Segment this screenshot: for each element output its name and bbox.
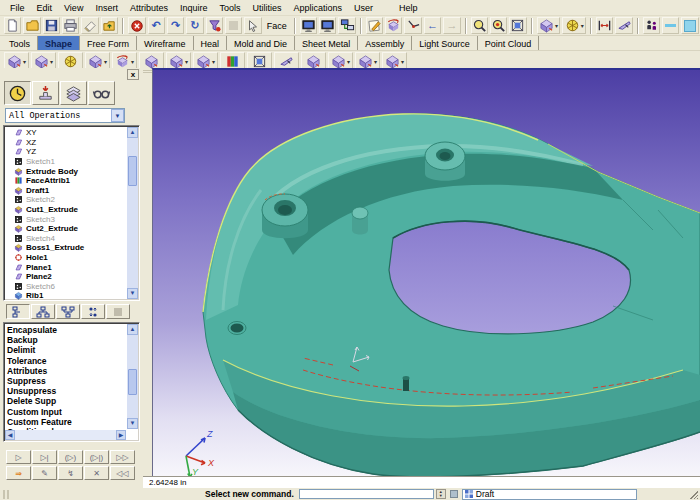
list-view-button[interactable]: [6, 304, 30, 319]
menu-help[interactable]: Help: [393, 2, 424, 14]
scroll-left-icon[interactable]: ◀: [5, 430, 15, 440]
ops-item-tolerance[interactable]: Tolerance: [4, 356, 125, 366]
scroll-down-icon[interactable]: ▼: [127, 418, 138, 429]
layers-tab[interactable]: [60, 81, 87, 105]
replay-rewind-button[interactable]: ◁◁: [110, 466, 135, 480]
tree-item-xy[interactable]: XY: [4, 128, 125, 138]
tab-heal[interactable]: Heal: [194, 36, 228, 50]
replay-step-button[interactable]: ▷|: [32, 450, 57, 464]
tree-item-cut2-extrude[interactable]: Cut2_Extrude: [4, 224, 125, 234]
replay-step-to-button[interactable]: (▷|): [84, 450, 109, 464]
ops-item-custom-input[interactable]: Custom Input: [4, 407, 125, 417]
import-button[interactable]: [101, 17, 118, 34]
3d-viewport[interactable]: Z X Y: [152, 68, 700, 476]
command-spinner[interactable]: ▲▼: [436, 489, 446, 499]
menu-view[interactable]: View: [58, 2, 89, 14]
tree-item-plane2[interactable]: Plane2: [4, 272, 125, 282]
replay-edit-button[interactable]: ✎: [32, 466, 57, 480]
menu-applications[interactable]: Applications: [288, 2, 349, 14]
menu-utilities[interactable]: Utilities: [246, 2, 287, 14]
tree-item-sketch6[interactable]: Sketch6: [4, 282, 125, 292]
menu-insert[interactable]: Insert: [89, 2, 124, 14]
redo-button[interactable]: ↷: [167, 17, 184, 34]
tree-item-plane1[interactable]: Plane1: [4, 262, 125, 272]
network-button[interactable]: [338, 17, 355, 34]
zoom-window-button[interactable]: [509, 17, 526, 34]
tab-free-form[interactable]: Free Form: [80, 36, 137, 50]
extent-button[interactable]: [596, 17, 613, 34]
tree-item-hole1[interactable]: Hole1: [4, 253, 125, 263]
menu-edit[interactable]: Edit: [31, 2, 59, 14]
operations-hscrollbar[interactable]: ◀ ▶: [5, 430, 126, 440]
view-forward-button[interactable]: →: [443, 17, 460, 34]
view-tab[interactable]: [88, 81, 115, 105]
regen-tab[interactable]: [32, 81, 59, 105]
tab-point-cloud[interactable]: Point Cloud: [478, 36, 540, 50]
tree-scroll-thumb[interactable]: [128, 156, 137, 186]
paste-button-disabled[interactable]: [225, 17, 242, 34]
vertex-snap-button[interactable]: [404, 17, 421, 34]
pick-filter-value[interactable]: Face: [263, 21, 291, 31]
tree-item-boss1-extrude[interactable]: Boss1_Extrude: [4, 243, 125, 253]
undo-button[interactable]: ↶: [148, 17, 165, 34]
ops-item-suppress[interactable]: Suppress: [4, 376, 125, 386]
sketch-pad-button[interactable]: [366, 17, 383, 34]
scroll-down-icon[interactable]: ▼: [127, 288, 138, 299]
filter-button[interactable]: [206, 17, 223, 34]
menu-tools[interactable]: Tools: [213, 2, 246, 14]
replay-fast-forward-button[interactable]: ▷▷: [110, 450, 135, 464]
scroll-up-icon[interactable]: ▲: [127, 127, 138, 138]
tab-tools[interactable]: Tools: [2, 36, 38, 50]
menu-attributes[interactable]: Attributes: [124, 2, 174, 14]
tree-item-sketch2[interactable]: Sketch2: [4, 195, 125, 205]
erase-button[interactable]: [81, 17, 98, 34]
operations-filter-combo[interactable]: All Operations ▼: [5, 108, 125, 123]
hierarchy-view-button[interactable]: [56, 304, 80, 319]
menu-user[interactable]: User: [348, 2, 379, 14]
regen-button[interactable]: ↻: [186, 17, 203, 34]
menu-file[interactable]: File: [4, 2, 31, 14]
ops-item-attributes[interactable]: Attributes: [4, 366, 125, 376]
open-file-button[interactable]: [23, 17, 40, 34]
render-mode-button[interactable]: [319, 17, 336, 34]
tab-sheet-metal[interactable]: Sheet Metal: [295, 36, 358, 50]
tree-item-sketch3[interactable]: Sketch3: [4, 214, 125, 224]
replay-play-to-button[interactable]: (▷): [58, 450, 83, 464]
replay-regen-button[interactable]: ↯: [58, 466, 83, 480]
tab-assembly[interactable]: Assembly: [358, 36, 412, 50]
tree-item-xz[interactable]: XZ: [4, 138, 125, 148]
ops-item-encapsulate[interactable]: Encapsulate: [4, 325, 125, 335]
ops-item-unsuppress[interactable]: Unsuppress: [4, 386, 125, 396]
tab-wireframe[interactable]: Wireframe: [137, 36, 194, 50]
tree-item-draft1[interactable]: Draft1: [4, 186, 125, 196]
pick-cursor-button[interactable]: [244, 17, 261, 34]
mode-combo[interactable]: Draft: [462, 489, 637, 500]
close-panel-button[interactable]: x: [127, 69, 139, 80]
tab-light-source[interactable]: Light Source: [412, 36, 478, 50]
tree-item-sketch1[interactable]: Sketch1: [4, 157, 125, 167]
delete-button[interactable]: [128, 17, 145, 34]
statusbar-grip[interactable]: [3, 490, 9, 499]
replay-goto-button[interactable]: ⇒: [6, 466, 31, 480]
color-swatch[interactable]: [681, 17, 698, 34]
operations-scroll-thumb[interactable]: [128, 369, 137, 395]
tree-item-rib1[interactable]: Rib1: [4, 291, 125, 301]
command-input[interactable]: [299, 489, 434, 499]
collaborate-button[interactable]: [643, 17, 660, 34]
tree-item-faceattrib1[interactable]: FaceAttrib1: [4, 176, 125, 186]
ops-item-delimit[interactable]: Delimit: [4, 345, 125, 355]
view-wheel-button[interactable]: ▾: [562, 17, 586, 34]
line-style-swatch[interactable]: [662, 17, 679, 34]
new-document-button[interactable]: [4, 17, 21, 34]
scroll-up-icon[interactable]: ▲: [127, 324, 138, 335]
save-button[interactable]: [43, 17, 60, 34]
sort-order-button[interactable]: [81, 304, 105, 319]
display-mode-button[interactable]: [300, 17, 317, 34]
tab-shape[interactable]: Shape: [38, 36, 80, 50]
history-tab[interactable]: [4, 81, 31, 105]
menu-inquire[interactable]: Inquire: [174, 2, 214, 14]
zoom-target-button[interactable]: [490, 17, 507, 34]
operations-scrollbar[interactable]: ▲ ▼: [127, 324, 138, 429]
fly-through-button[interactable]: [615, 17, 632, 34]
tree-item-yz[interactable]: YZ: [4, 147, 125, 157]
